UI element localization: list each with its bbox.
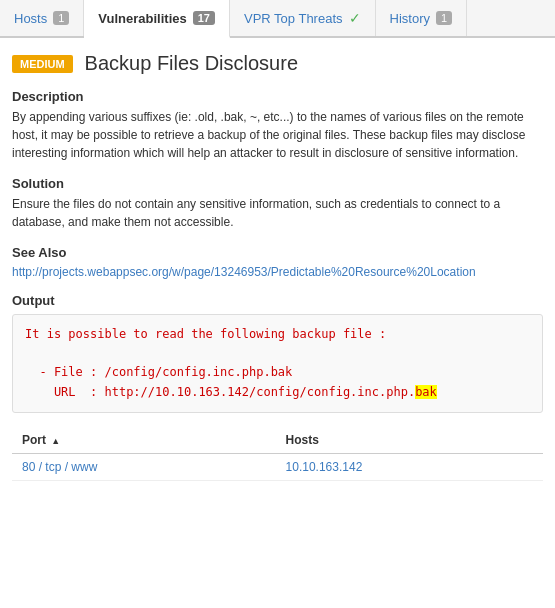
tab-vulnerabilities-label: Vulnerabilities [98, 11, 186, 26]
output-line-4: URL : http://10.10.163.142/config/config… [25, 383, 530, 402]
tab-history-label: History [390, 11, 430, 26]
tab-history-badge: 1 [436, 11, 452, 25]
output-box: It is possible to read the following bac… [12, 314, 543, 413]
output-line-3: - File : /config/config.inc.php.bak [25, 363, 530, 382]
tab-vulnerabilities-badge: 17 [193, 11, 215, 25]
port-table: Port ▲ Hosts 80 / tcp / www 10.10.163.14… [12, 427, 543, 481]
vpr-check-icon: ✓ [349, 10, 361, 26]
tab-vulnerabilities[interactable]: Vulnerabilities 17 [84, 0, 230, 38]
tab-hosts-label: Hosts [14, 11, 47, 26]
description-title: Description [12, 89, 543, 104]
output-title: Output [12, 293, 543, 308]
sort-arrow-icon: ▲ [51, 436, 60, 446]
solution-text: Ensure the files do not contain any sens… [12, 195, 543, 231]
vuln-title: Backup Files Disclosure [85, 52, 298, 75]
port-link[interactable]: 80 / tcp / www [22, 460, 97, 474]
see-also-link[interactable]: http://projects.webappsec.org/w/page/132… [12, 265, 476, 279]
host-link[interactable]: 10.10.163.142 [286, 460, 363, 474]
tab-vpr-label: VPR Top Threats [244, 11, 343, 26]
see-also-title: See Also [12, 245, 543, 260]
description-text: By appending various suffixes (ie: .old,… [12, 108, 543, 162]
vuln-header: MEDIUM Backup Files Disclosure [12, 52, 543, 75]
tab-hosts-badge: 1 [53, 11, 69, 25]
solution-title: Solution [12, 176, 543, 191]
description-section: Description By appending various suffixe… [12, 89, 543, 162]
col-hosts: Hosts [276, 427, 543, 454]
see-also-section: See Also http://projects.webappsec.org/w… [12, 245, 543, 279]
solution-section: Solution Ensure the files do not contain… [12, 176, 543, 231]
severity-badge: MEDIUM [12, 55, 73, 73]
port-cell: 80 / tcp / www [12, 453, 276, 480]
tab-hosts[interactable]: Hosts 1 [0, 0, 84, 36]
table-row: 80 / tcp / www 10.10.163.142 [12, 453, 543, 480]
tab-vpr-top-threats[interactable]: VPR Top Threats ✓ [230, 0, 376, 36]
output-highlight: bak [415, 385, 437, 399]
output-section: Output It is possible to read the follow… [12, 293, 543, 413]
tab-bar: Hosts 1 Vulnerabilities 17 VPR Top Threa… [0, 0, 555, 38]
table-header-row: Port ▲ Hosts [12, 427, 543, 454]
tab-history[interactable]: History 1 [376, 0, 468, 36]
main-content: MEDIUM Backup Files Disclosure Descripti… [0, 38, 555, 495]
output-line-2 [25, 344, 530, 363]
host-cell: 10.10.163.142 [276, 453, 543, 480]
output-line-1: It is possible to read the following bac… [25, 325, 530, 344]
col-port[interactable]: Port ▲ [12, 427, 276, 454]
